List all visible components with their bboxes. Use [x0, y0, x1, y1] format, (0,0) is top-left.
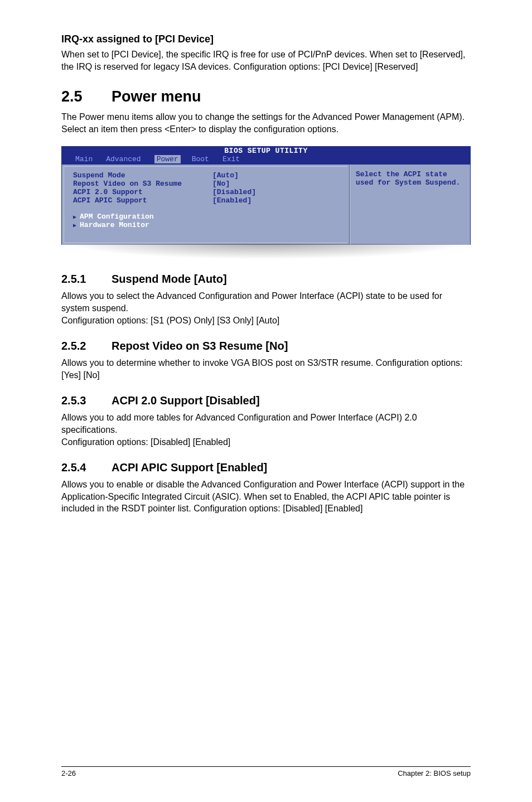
triangle-icon: ▶ — [73, 214, 76, 220]
paragraph-irq: When set to [PCI Device], the specific I… — [61, 49, 471, 73]
paragraph-251b: Configuration options: [S1 (POS) Only] [… — [61, 315, 471, 327]
bios-tab-boot: Boot — [192, 155, 223, 163]
bios-label: ACPI 2.0 Support — [73, 188, 212, 196]
bios-value: [Disabled] — [212, 188, 256, 196]
paragraph-254: Allows you to enable or disable the Adva… — [61, 479, 471, 515]
bios-tab-power: Power — [154, 155, 181, 163]
bios-label: Repost Video on S3 Resume — [73, 180, 212, 188]
subheading-irq: IRQ-xx assigned to [PCI Device] — [61, 33, 471, 45]
bios-value: [No] — [212, 180, 230, 188]
bios-row-suspend: Suspend Mode [Auto] — [73, 171, 341, 180]
bios-tab-exit: Exit — [223, 155, 253, 163]
bios-sub-hwmon: ▶Hardware Monitor — [73, 221, 341, 229]
paragraph-253a: Allows you to add more tables for Advanc… — [61, 412, 471, 436]
bios-label: ACPI APIC Support — [73, 196, 212, 205]
heading-title: Suspend Mode [Auto] — [112, 273, 227, 285]
heading-251: 2.5.1Suspend Mode [Auto] — [61, 273, 471, 286]
heading-title: ACPI APIC Support [Enabled] — [112, 461, 267, 474]
bios-shadow — [61, 244, 471, 259]
heading-number: 2.5.3 — [61, 394, 112, 407]
bios-help-pane: Select the ACPI state used for System Su… — [350, 165, 470, 245]
heading-title: Repost Video on S3 Resume [No] — [112, 340, 288, 352]
heading-power-menu: 2.5Power menu — [61, 88, 471, 105]
bios-left-pane: Suspend Mode [Auto] Repost Video on S3 R… — [62, 165, 350, 245]
heading-title: ACPI 2.0 Support [Disabled] — [112, 394, 260, 407]
bios-submenu: ▶APM Configuration ▶Hardware Monitor — [73, 212, 341, 229]
bios-body: Suspend Mode [Auto] Repost Video on S3 R… — [61, 165, 471, 245]
paragraph-intro: The Power menu items allow you to change… — [61, 111, 471, 135]
footer-page-number: 2-26 — [61, 769, 76, 777]
heading-number: 2.5.1 — [61, 273, 112, 286]
heading-253: 2.5.3ACPI 2.0 Support [Disabled] — [61, 394, 471, 407]
bios-row-acpi20: ACPI 2.0 Support [Disabled] — [73, 188, 341, 196]
heading-252: 2.5.2Repost Video on S3 Resume [No] — [61, 340, 471, 352]
bios-tab-row: Main Advanced Power Boot Exit — [61, 155, 471, 165]
bios-sub-label: Hardware Monitor — [80, 221, 149, 229]
page-footer: 2-26 Chapter 2: BIOS setup — [61, 766, 471, 777]
heading-number: 2.5.4 — [61, 461, 112, 474]
bios-row-repost: Repost Video on S3 Resume [No] — [73, 180, 341, 188]
bios-sub-apm: ▶APM Configuration — [73, 212, 341, 221]
paragraph-252: Allows you to determine whether to invok… — [61, 357, 471, 381]
bios-help-text: Select the ACPI state used for System Su… — [356, 170, 465, 187]
heading-number: 2.5.2 — [61, 340, 112, 352]
bios-row-acpiapic: ACPI APIC Support [Enabled] — [73, 196, 341, 205]
heading-title: Power menu — [112, 88, 201, 105]
paragraph-253b: Configuration options: [Disabled] [Enabl… — [61, 436, 471, 448]
triangle-icon: ▶ — [73, 223, 76, 229]
heading-number: 2.5 — [61, 88, 112, 105]
footer-chapter: Chapter 2: BIOS setup — [398, 769, 471, 777]
bios-tab-main: Main — [75, 155, 106, 163]
bios-sub-label: APM Configuration — [80, 212, 154, 221]
heading-254: 2.5.4ACPI APIC Support [Enabled] — [61, 461, 471, 474]
paragraph-251a: Allows you to select the Advanced Config… — [61, 290, 471, 314]
bios-label: Suspend Mode — [73, 171, 212, 180]
bios-value: [Enabled] — [212, 196, 252, 205]
bios-tab-advanced: Advanced — [106, 155, 154, 163]
bios-screenshot: BIOS SETUP UTILITY Main Advanced Power B… — [61, 146, 471, 259]
bios-value: [Auto] — [212, 171, 239, 180]
bios-title: BIOS SETUP UTILITY — [61, 146, 471, 155]
